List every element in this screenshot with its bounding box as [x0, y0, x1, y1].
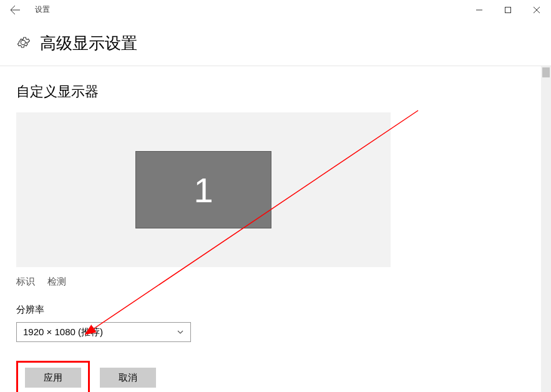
apply-button[interactable]: 应用	[25, 368, 81, 388]
app-title: 设置	[35, 4, 50, 15]
back-button[interactable]	[0, 0, 30, 20]
content-area: 自定义显示器 1 标识 检测 分辨率 1920 × 1080 (推荐) 应用 取…	[0, 66, 551, 392]
close-button[interactable]	[522, 0, 551, 20]
detect-link[interactable]: 检测	[47, 276, 66, 288]
apply-highlight: 应用	[16, 361, 90, 392]
scrollbar-thumb[interactable]	[542, 67, 550, 77]
display-links: 标识 检测	[16, 276, 535, 288]
button-row: 应用 取消	[16, 361, 535, 392]
scrollbar-track[interactable]	[541, 66, 551, 392]
resolution-value: 1920 × 1080 (推荐)	[23, 326, 103, 338]
monitor-number: 1	[193, 170, 213, 210]
display-preview[interactable]: 1	[16, 112, 391, 267]
page-title: 高级显示设置	[40, 32, 137, 54]
maximize-button[interactable]	[494, 0, 522, 20]
maximize-icon	[505, 7, 511, 13]
back-arrow-icon	[10, 5, 20, 15]
resolution-label: 分辨率	[16, 304, 535, 316]
minimize-icon	[476, 7, 482, 13]
identify-link[interactable]: 标识	[16, 276, 35, 288]
titlebar: 设置	[0, 0, 551, 20]
chevron-down-icon	[177, 327, 184, 338]
window-controls	[465, 0, 551, 20]
close-icon	[534, 7, 540, 13]
monitor-tile[interactable]: 1	[135, 151, 271, 228]
cancel-button[interactable]: 取消	[100, 368, 156, 388]
minimize-button[interactable]	[465, 0, 494, 20]
page-header: 高级显示设置	[0, 20, 551, 66]
section-title: 自定义显示器	[16, 82, 535, 101]
gear-icon	[16, 36, 30, 52]
svg-rect-1	[505, 7, 511, 12]
resolution-select[interactable]: 1920 × 1080 (推荐)	[16, 322, 191, 342]
